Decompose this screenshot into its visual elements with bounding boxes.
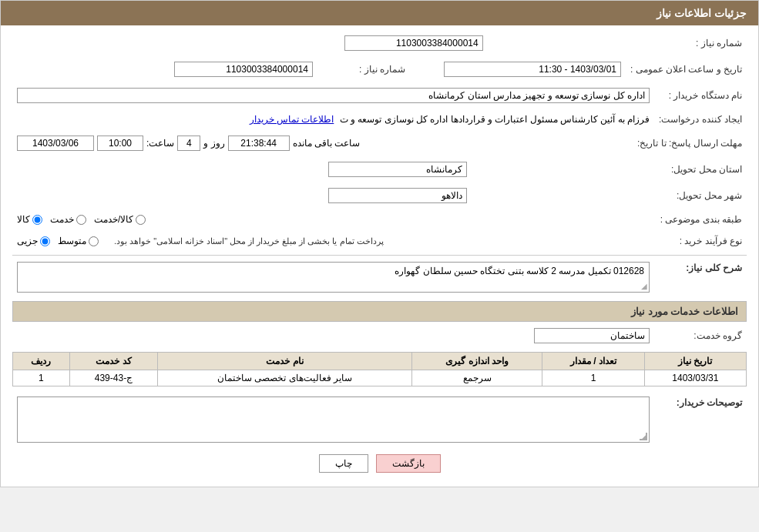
col-radif: ردیف xyxy=(13,353,70,370)
table-row: 1403/03/31 1 سرجمع سایر فعالیت‌های تخصصی… xyxy=(13,370,747,386)
col-kod-khadamat: کد خدمت xyxy=(69,353,157,370)
time-value: 10:00 xyxy=(97,136,143,151)
nav-farayand-label: نوع فرآیند خرید : xyxy=(654,233,747,249)
tosifat-label: توصیحات خریدار: xyxy=(654,394,747,445)
radio-jazii[interactable]: جزیی xyxy=(17,236,50,246)
services-table: تاریخ نیاز تعداد / مقدار واحد اندازه گیر… xyxy=(12,352,747,386)
tarikh-elan-value: 1403/03/01 - 11:30 xyxy=(444,62,621,77)
nav-farayand-note: پرداخت تمام یا بخشی از مبلغ خریدار از مح… xyxy=(114,236,384,246)
mohlat-label: مهلت ارسال پاسخ: تا تاریخ: xyxy=(633,133,747,153)
sharh-koli-box: 012628 تکمیل مدرسه 2 کلاسه بتنی تختگاه ح… xyxy=(17,262,650,293)
rooz-value: 4 xyxy=(177,136,200,151)
radio-kala-label: کالا xyxy=(17,214,30,225)
radio-kala-input[interactable] xyxy=(32,215,42,225)
shahr-value: دالاهو xyxy=(328,188,467,203)
col-tarikh-niaz: تاریخ نیاز xyxy=(644,353,746,370)
nam-dastgah-label: نام دستگاه خریدار : xyxy=(654,85,747,105)
ostan-label: استان محل تحویل: xyxy=(472,159,747,179)
aetlafat-link[interactable]: اطلاعات تماس خریدار xyxy=(250,114,334,125)
grohe-khadamat-label: گروه خدمت: xyxy=(654,326,747,346)
col-tedad-megdar: تعداد / مقدار xyxy=(542,353,644,370)
radio-jazii-input[interactable] xyxy=(40,236,50,246)
ostan-value: کرمانشاه xyxy=(328,162,467,177)
ijad-konande-value: فرزام به آئین کارشناس مسئول اعتبارات و ق… xyxy=(340,114,650,125)
cell-kod: ج-43-439 xyxy=(69,370,157,386)
radio-jazii-label: جزیی xyxy=(17,236,38,246)
cell-tedad: 1 xyxy=(542,370,644,386)
cell-vahed: سرجمع xyxy=(411,370,542,386)
time-label: ساعت: xyxy=(146,138,174,149)
remaining-label: ساعت باقی مانده xyxy=(293,138,361,149)
services-section-title: اطلاعات خدمات مورد نیاز xyxy=(12,301,747,322)
radio-kala-khadamat-label: کالا/خدمت xyxy=(94,214,133,225)
nam-dastgah-value: اداره کل نوسازی توسعه و تجهیز مدارس استا… xyxy=(17,88,650,103)
page-title: جزئیات اطلاعات نیاز xyxy=(657,7,747,19)
shomare-niaz-value: 1103003384000014 xyxy=(55,33,488,53)
radio-khadamat-label: خدمت xyxy=(50,214,74,225)
radio-kala[interactable]: کالا xyxy=(17,214,42,225)
back-button[interactable]: بازگشت xyxy=(376,454,441,473)
shomare-niaz-label2: شماره نیاز : xyxy=(317,59,410,79)
radio-khadamat[interactable]: خدمت xyxy=(50,214,86,225)
sharh-koli-value: 012628 تکمیل مدرسه 2 کلاسه بتنی تختگاه ح… xyxy=(395,266,644,276)
radio-motavaset-label: متوسط xyxy=(58,236,86,246)
col-nam-khadamat: نام خدمت xyxy=(157,353,411,370)
shomare-niaz-label: شماره نیاز : xyxy=(488,33,747,53)
button-row: بازگشت چاپ xyxy=(12,454,747,473)
remaining-value: 21:38:44 xyxy=(228,136,290,151)
date-value: 1403/03/06 xyxy=(17,136,94,151)
tarikh-elan-label: تاریخ و ساعت اعلان عمومی : xyxy=(626,59,747,79)
rooz-label: روز و xyxy=(203,138,224,149)
radio-kala-khadamat-input[interactable] xyxy=(136,215,146,225)
cell-radif: 1 xyxy=(13,370,70,386)
print-button[interactable]: چاپ xyxy=(319,454,368,473)
shomare-niaz-field: 1103003384000014 xyxy=(344,35,483,51)
shahr-label: شهر محل تحویل: xyxy=(472,186,747,206)
radio-motavaset-input[interactable] xyxy=(89,236,99,246)
shomare-niaz-field2: 1103003384000014 xyxy=(174,62,313,77)
tabaqe-label: طبقه بندی موضوعی : xyxy=(654,212,747,227)
col-vahed-andaze: واحد اندازه گیری xyxy=(411,353,542,370)
radio-motavaset[interactable]: متوسط xyxy=(58,236,99,246)
radio-khadamat-input[interactable] xyxy=(76,215,86,225)
cell-nam: سایر فعالیت‌های تخصصی ساختمان xyxy=(157,370,411,386)
ijad-konande-label: ایجاد کننده درخواست: xyxy=(654,112,747,127)
sharh-koli-label: شرح کلی نیاز: xyxy=(654,259,747,295)
radio-kala-khadamat[interactable]: کالا/خدمت xyxy=(94,214,146,225)
cell-tarikh: 1403/03/31 xyxy=(644,370,746,386)
tosifat-box: ◢ xyxy=(17,396,650,443)
grohe-khadamat-value: ساختمان xyxy=(534,328,650,343)
page-header: جزئیات اطلاعات نیاز xyxy=(1,1,758,25)
